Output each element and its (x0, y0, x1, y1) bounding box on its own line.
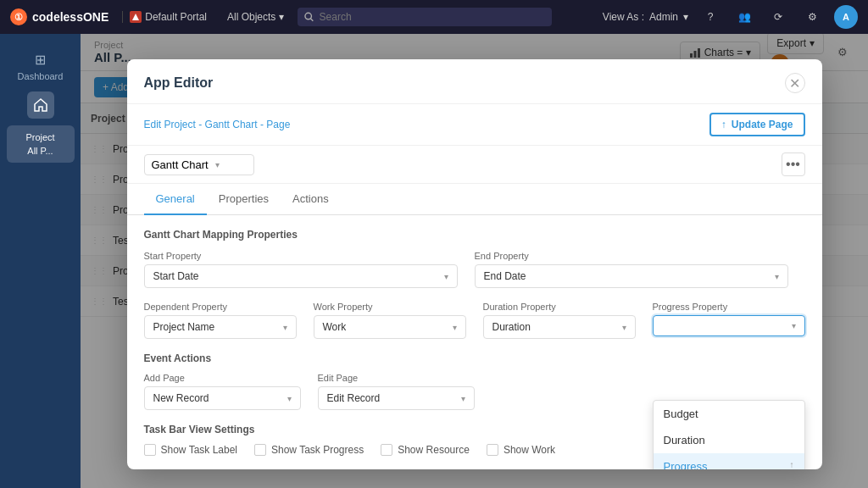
end-property-select[interactable]: End Date ▾ (475, 264, 788, 288)
dropdown-item-progress[interactable]: Progress ↑ (654, 453, 804, 469)
svg-line-2 (311, 19, 314, 21)
users-button[interactable]: 👥 (732, 5, 756, 29)
chart-type-selector[interactable]: Gantt Chart ▾ (144, 154, 254, 175)
more-options-button[interactable]: ••• (782, 152, 805, 176)
view-as-selector[interactable]: View As : Admin ▾ (603, 11, 688, 23)
mapping-section-title: Gantt Chart Mapping Properties (144, 229, 805, 241)
update-page-button[interactable]: ↑ Update Page (709, 113, 805, 136)
checkbox-show-task-progress-box[interactable] (254, 444, 266, 456)
modal-overlay: App Editor ✕ Edit Project - Gantt Chart (81, 34, 868, 488)
portal-selector[interactable]: Default Portal (122, 11, 214, 23)
dependent-property-select[interactable]: Project Name ▾ (144, 315, 297, 339)
checkbox-show-task-label[interactable]: Show Task Label (144, 444, 238, 456)
tab-actions-label: Actions (292, 192, 329, 205)
tab-properties[interactable]: Properties (207, 184, 281, 215)
dropdown-item-budget[interactable]: Budget (654, 401, 804, 427)
end-property-group: End Property End Date ▾ (475, 251, 788, 288)
svg-point-1 (305, 13, 312, 19)
checkbox-show-resource-box[interactable] (381, 444, 392, 456)
objects-arrow: ▾ (279, 11, 284, 23)
history-button[interactable]: ⟳ (766, 5, 790, 29)
checkbox-show-task-label-box[interactable] (144, 444, 156, 456)
portal-label: Default Portal (145, 11, 207, 23)
start-property-group: Start Property Start Date ▾ (144, 251, 458, 288)
top-navigation: ① codelessONE Default Portal All Objects… (0, 0, 868, 34)
progress-property-group: Progress Property ▾ (653, 302, 805, 336)
dependent-property-chevron: ▾ (283, 323, 287, 332)
dependent-property-group: Dependent Property Project Name ▾ (144, 302, 297, 339)
modal-header: App Editor ✕ (127, 59, 822, 104)
progress-property-select[interactable]: ▾ (653, 315, 805, 336)
duration-property-chevron: ▾ (622, 323, 626, 332)
search-input[interactable] (320, 11, 546, 23)
logo-icon: ① (10, 8, 27, 25)
duration-property-select[interactable]: Duration ▾ (483, 315, 636, 339)
project-anchor-icon (27, 92, 54, 119)
duration-property-value: Duration (492, 321, 531, 333)
sidebar-item-dashboard[interactable]: ⊞ Dashboard (7, 44, 75, 88)
end-property-value: End Date (484, 270, 526, 282)
main-layout: ⊞ Dashboard Project All P... Project All… (0, 34, 868, 488)
checkbox-show-resource-text: Show Resource (398, 444, 470, 456)
update-page-icon: ↑ (721, 119, 726, 130)
breadcrumb-edit: Edit (144, 119, 162, 130)
breadcrumb-gantt[interactable]: Gantt Chart (205, 119, 258, 130)
checkbox-show-task-progress[interactable]: Show Task Progress (254, 444, 364, 456)
start-property-select[interactable]: Start Date ▾ (144, 264, 458, 288)
edit-page-select[interactable]: Edit Record ▾ (318, 386, 475, 410)
user-avatar[interactable]: A (834, 5, 858, 29)
checkbox-show-work[interactable]: Show Work (487, 444, 555, 456)
dropdown-item-duration-label: Duration (664, 434, 705, 446)
checkbox-show-work-box[interactable] (487, 444, 498, 456)
sidebar: ⊞ Dashboard Project All P... (0, 34, 81, 488)
app-editor-modal: App Editor ✕ Edit Project - Gantt Chart (127, 59, 822, 469)
modal-tabs: General Properties Actions (127, 184, 822, 215)
admin-arrow: ▾ (683, 11, 688, 23)
breadcrumb-sep1: - (198, 119, 202, 130)
checkbox-show-task-label-text: Show Task Label (161, 444, 238, 456)
dependent-property-label: Dependent Property (144, 302, 297, 312)
add-page-value: New Record (153, 392, 209, 404)
tab-actions[interactable]: Actions (281, 184, 341, 215)
dropdown-item-budget-label: Budget (664, 408, 698, 420)
breadcrumb-sep2: - (260, 119, 264, 130)
breadcrumb-project[interactable]: Project (164, 119, 196, 130)
start-property-chevron: ▾ (444, 272, 448, 281)
dashboard-icon: ⊞ (32, 51, 49, 68)
modal-close-button[interactable]: ✕ (785, 73, 805, 93)
tab-general-label: General (156, 192, 195, 205)
sidebar-item-project[interactable]: Project All P... (7, 125, 75, 163)
settings-button[interactable]: ⚙ (800, 5, 824, 29)
add-page-group: Add Page New Record ▾ (144, 373, 301, 410)
add-page-chevron: ▾ (287, 394, 292, 403)
progress-property-label: Progress Property (653, 302, 805, 312)
start-property-value: Start Date (153, 270, 199, 282)
properties-row: Dependent Property Project Name ▾ Work P… (144, 302, 805, 339)
progress-property-dropdown: Budget Duration Progress ↑ Work (653, 400, 805, 469)
modal-toolbar: Gantt Chart ▾ ••• (127, 146, 822, 184)
tab-properties-label: Properties (219, 192, 269, 205)
edit-page-chevron: ▾ (461, 394, 465, 403)
close-icon: ✕ (789, 75, 800, 92)
start-property-label: Start Property (144, 251, 458, 261)
help-button[interactable]: ? (698, 5, 722, 29)
update-page-label: Update Page (732, 119, 793, 130)
objects-selector[interactable]: All Objects ▾ (227, 11, 284, 23)
content-area: Project All P... Charts = ▾ Export ▾ ✎ ⚙ (81, 34, 868, 488)
duration-property-label: Duration Property (483, 302, 636, 312)
modal-subheader: Edit Project - Gantt Chart - Page ↑ Up (127, 104, 822, 146)
logo[interactable]: ① codelessONE (10, 8, 108, 25)
tab-general[interactable]: General (144, 184, 207, 215)
nav-right-actions: View As : Admin ▾ ? 👥 ⟳ ⚙ A (603, 5, 858, 29)
add-page-select[interactable]: New Record ▾ (144, 386, 301, 410)
work-property-select[interactable]: Work ▾ (314, 315, 466, 339)
sidebar-allp-label: All P... (27, 146, 53, 156)
sidebar-project-label: Project (25, 132, 54, 142)
dropdown-item-duration[interactable]: Duration (654, 427, 804, 453)
start-end-row: Start Property Start Date ▾ End Property… (144, 251, 805, 288)
search-bar[interactable] (298, 8, 552, 26)
checkbox-show-resource[interactable]: Show Resource (381, 444, 470, 456)
add-page-label: Add Page (144, 373, 301, 383)
checkbox-show-task-progress-text: Show Task Progress (271, 444, 364, 456)
modal-body: Gantt Chart Mapping Properties Start Pro… (127, 215, 822, 469)
